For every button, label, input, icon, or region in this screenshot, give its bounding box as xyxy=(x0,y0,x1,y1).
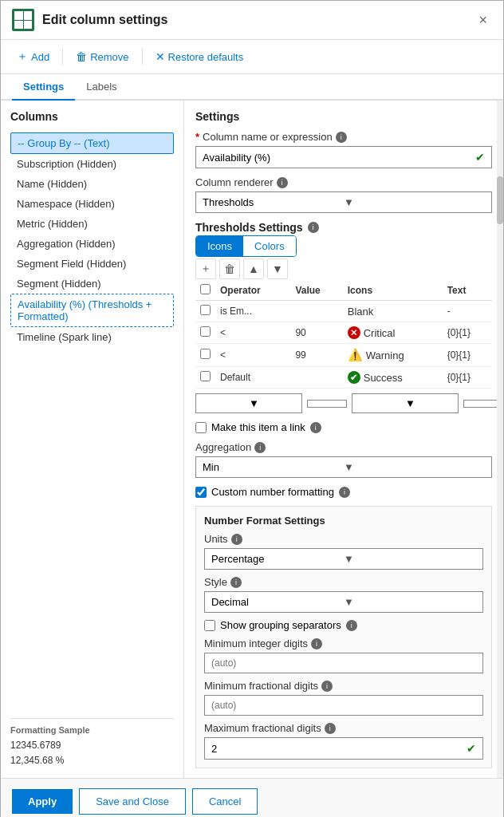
remove-label: Remove xyxy=(90,51,128,63)
units-info-icon: i xyxy=(231,534,242,545)
column-item-segment[interactable]: Segment (Hidden) xyxy=(10,274,174,294)
max-fraction-check-icon: ✔ xyxy=(460,738,482,759)
custom-format-label: Custom number formatting xyxy=(211,486,334,498)
close-button[interactable]: × xyxy=(474,10,492,30)
column-renderer-value: Thresholds xyxy=(203,196,344,208)
min-fraction-input[interactable] xyxy=(204,695,483,716)
col-header-value: Value xyxy=(290,281,342,301)
icon-colors-toggle: Icons Colors xyxy=(195,235,297,257)
aggregation-value: Min xyxy=(203,461,344,473)
column-name-field-group: * Column name or expression i ✔ xyxy=(195,131,492,168)
row2-icon-badge: ⚠️ Warning xyxy=(348,348,438,362)
warning-icon: ⚠️ xyxy=(348,348,363,362)
column-renderer-select[interactable]: Thresholds ▼ xyxy=(195,191,492,213)
threshold-row-3: Default ✔ Success {0}{1} xyxy=(195,367,492,389)
column-item-timeline[interactable]: Timeline (Spark line) xyxy=(10,327,174,347)
row1-checkbox[interactable] xyxy=(200,326,211,337)
aggregation-select[interactable]: Min ▼ xyxy=(195,456,492,478)
row2-checkbox[interactable] xyxy=(200,349,211,359)
units-arrow-icon: ▼ xyxy=(344,553,476,565)
success-icon: ✔ xyxy=(348,371,360,384)
critical-icon: ✕ xyxy=(348,326,360,339)
row-dropdown-1-arrow: ▼ xyxy=(249,397,297,409)
row1-operator: < xyxy=(215,322,290,344)
scrollbar-thumb[interactable] xyxy=(497,176,503,224)
make-link-label: Make this item a link xyxy=(211,421,305,433)
row0-icon: Blank xyxy=(343,301,443,322)
number-format-box: Number Format Settings Units i Percentag… xyxy=(195,506,492,768)
row2-icon: ⚠️ Warning xyxy=(343,344,443,367)
units-select[interactable]: Percentage ▼ xyxy=(204,548,483,570)
row3-text: {0}{1} xyxy=(443,367,492,389)
column-name-input[interactable] xyxy=(196,148,469,168)
style-select[interactable]: Decimal ▼ xyxy=(204,591,483,613)
style-value: Decimal xyxy=(211,596,344,608)
column-item-group-by[interactable]: -- Group By -- (Text) xyxy=(10,132,174,154)
number-format-title: Number Format Settings xyxy=(204,515,483,527)
row1-value: 90 xyxy=(290,322,342,344)
add-icon: ＋ xyxy=(17,49,28,64)
column-item-name[interactable]: Name (Hidden) xyxy=(10,174,174,194)
col-header-text: Text xyxy=(443,281,492,301)
col-header-operator: Operator xyxy=(215,281,290,301)
threshold-down-button[interactable]: ▼ xyxy=(267,259,288,279)
style-info-icon: i xyxy=(230,577,242,588)
remove-button[interactable]: 🗑 Remove xyxy=(71,47,133,66)
colors-toggle-button[interactable]: Colors xyxy=(243,236,296,256)
add-label: Add xyxy=(31,51,49,63)
row0-checkbox[interactable] xyxy=(200,305,211,315)
cancel-button[interactable]: Cancel xyxy=(192,788,258,815)
tab-settings[interactable]: Settings xyxy=(12,74,75,101)
column-name-label: * Column name or expression i xyxy=(195,131,492,143)
column-item-segment-field[interactable]: Segment Field (Hidden) xyxy=(10,254,174,274)
select-all-checkbox[interactable] xyxy=(200,284,211,294)
row-input-1[interactable] xyxy=(307,400,347,408)
column-name-input-wrapper: ✔ xyxy=(195,146,492,168)
column-renderer-arrow-icon: ▼ xyxy=(344,196,485,208)
row3-icon: ✔ Success xyxy=(343,367,443,389)
column-name-check-icon: ✔ xyxy=(469,147,491,168)
row1-icon-badge: ✕ Critical xyxy=(348,326,438,339)
row0-operator: is Em... xyxy=(215,301,290,322)
column-item-metric[interactable]: Metric (Hidden) xyxy=(10,214,174,234)
column-item-subscription[interactable]: Subscription (Hidden) xyxy=(10,154,174,174)
row0-text: - xyxy=(443,301,492,322)
column-item-namespace[interactable]: Namespace (Hidden) xyxy=(10,194,174,214)
col-header-check xyxy=(195,281,215,301)
threshold-mini-toolbar: ＋ 🗑 ▲ ▼ xyxy=(195,259,492,279)
threshold-remove-button[interactable]: 🗑 xyxy=(219,259,240,279)
custom-format-info-icon: i xyxy=(339,487,350,498)
row3-checkbox[interactable] xyxy=(200,371,211,381)
separator-1 xyxy=(62,49,63,65)
custom-format-checkbox[interactable] xyxy=(195,487,207,498)
row-dropdown-1[interactable]: ▼ xyxy=(195,393,302,413)
trash-icon: 🗑 xyxy=(76,50,87,63)
column-item-aggregation[interactable]: Aggregation (Hidden) xyxy=(10,234,174,254)
add-button[interactable]: ＋ Add xyxy=(12,46,54,67)
threshold-table: Operator Value Icons Text is Em... xyxy=(195,281,492,389)
threshold-add-button[interactable]: ＋ xyxy=(195,259,216,279)
grouping-checkbox[interactable] xyxy=(204,620,215,631)
units-value: Percentage xyxy=(211,553,344,565)
min-integer-info-icon: i xyxy=(311,638,322,649)
style-arrow-icon: ▼ xyxy=(344,596,476,608)
tab-labels[interactable]: Labels xyxy=(75,74,128,101)
settings-section-title: Settings xyxy=(195,110,492,123)
row-dropdown-2[interactable]: ▼ xyxy=(352,393,459,413)
threshold-row-0: is Em... Blank - xyxy=(195,301,492,322)
save-close-button[interactable]: Save and Close xyxy=(79,788,186,815)
apply-button[interactable]: Apply xyxy=(12,789,73,814)
make-link-checkbox[interactable] xyxy=(195,422,207,433)
footer: Apply Save and Close Cancel xyxy=(1,778,503,817)
min-integer-input[interactable] xyxy=(204,653,483,673)
row2-icon-label: Warning xyxy=(366,349,404,361)
threshold-up-button[interactable]: ▲ xyxy=(243,259,264,279)
threshold-row-1: < 90 ✕ Critical {0}{1} xyxy=(195,322,492,344)
min-fraction-field-group: Minimum fractional digits i xyxy=(204,680,483,716)
max-fraction-input[interactable] xyxy=(205,739,460,759)
column-item-availability[interactable]: Availability (%) (Thresholds + Formatted… xyxy=(10,294,174,327)
make-link-info-icon: i xyxy=(310,422,321,433)
formatting-sample-label: Formatting Sample xyxy=(10,725,174,735)
restore-button[interactable]: ✕ Restore defaults xyxy=(151,47,249,66)
icons-toggle-button[interactable]: Icons xyxy=(196,236,243,256)
